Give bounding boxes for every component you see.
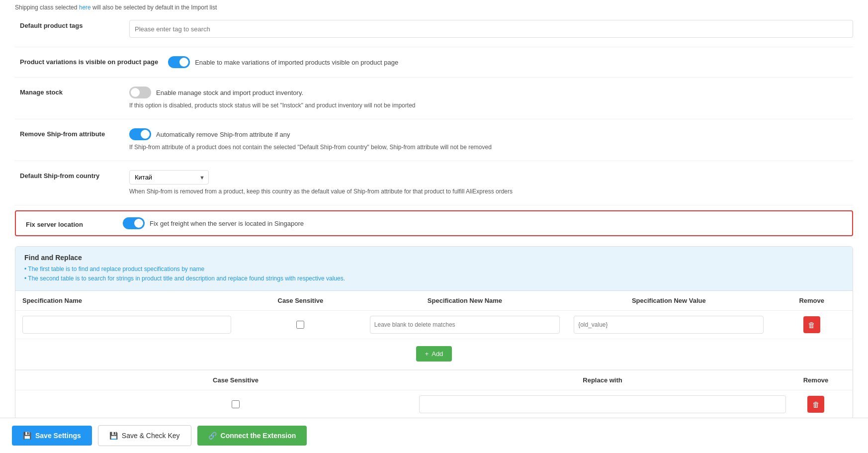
spec-new-name-input[interactable] [370,316,560,334]
toggle-fix-server-slider [123,217,145,229]
spec-table-col-new-name: Specification New Name [363,291,567,311]
add-spec-label: Add [432,350,443,358]
trash-icon-2: 🗑 [812,400,820,409]
toggle-stock[interactable] [129,87,151,98]
save-check-label: Save & Check Key [122,432,180,440]
toggle-variations[interactable] [168,56,190,68]
row-default-product-tags: Default product tags [15,11,853,47]
save-icon: 💾 [109,432,118,440]
save-settings-button[interactable]: 💾 Save Settings [12,426,92,446]
spec-table: Specification Name Case Sensitive Specif… [15,291,853,339]
control-manage-stock: Enable manage stock and import product i… [129,87,853,110]
ship-from-country-hint: When Ship-from is removed from a product… [129,187,853,196]
control-default-product-tags [129,20,853,38]
second-case-sensitive-checkbox[interactable] [232,400,240,408]
toggle-variations-slider [168,56,190,68]
second-replace-input[interactable] [419,395,786,413]
manage-stock-hint: If this option is disabled, products sto… [129,101,853,110]
toggle-ship-from[interactable] [129,128,151,140]
label-fix-server-location: Fix server location [21,219,113,228]
content-area: Default product tags Product variations … [0,11,868,419]
toggle-ship-from-text: Automatically remove Ship-from attribute… [156,131,290,138]
add-spec-button[interactable]: + Add [416,346,452,362]
spec-new-name-cell [363,311,567,339]
case-sensitive-checkbox-wrapper [245,321,356,329]
page-wrapper: Shipping class selected here will also b… [0,0,868,453]
floppy-icon: 💾 [23,432,31,440]
control-remove-ship-from: Automatically remove Ship-from attribute… [129,128,853,152]
footer-bar: 💾 Save Settings 💾 Save & Check Key 🔗 Con… [0,418,868,453]
shipping-hint-row: Shipping class selected here will also b… [0,0,868,11]
spec-table-col-remove: Remove [771,291,853,311]
second-delete-button[interactable]: 🗑 [807,396,824,413]
case-sensitive-checkbox[interactable] [296,321,304,329]
label-ship-from-country: Default Ship-from country [15,170,119,180]
toggle-variations-text: Enable to make variations of imported pr… [195,59,398,66]
ship-from-country-select[interactable]: Китай [129,170,209,184]
toggle-server-wrapper: Fix get freight when the server is locat… [123,217,304,229]
toggle-ship-wrapper: Automatically remove Ship-from attribute… [129,128,853,140]
label-product-variations: Product variations is visible on product… [15,56,158,66]
shipping-hint-link[interactable]: here [79,4,91,11]
spec-table-col-case: Case Sensitive [238,291,363,311]
add-button-row: + Add [15,339,853,370]
find-replace-bullet2: • The second table is to search for stri… [24,274,844,283]
row-manage-stock: Manage stock Enable manage stock and imp… [15,78,853,119]
label-manage-stock: Manage stock [15,87,119,96]
spec-table-col-name: Specification Name [15,291,238,311]
spec-remove-cell: 🗑 [771,311,853,339]
toggle-stock-wrapper: Enable manage stock and import product i… [129,87,853,98]
second-table-spacer [22,376,52,384]
control-ship-from-country: Китай ▼ When Ship-from is removed from a… [129,170,853,196]
toggle-variations-wrapper: Enable to make variations of imported pr… [168,56,853,68]
spec-name-cell [15,311,238,339]
second-table-col-replace: Replace with [419,376,786,384]
toggle-ship-from-slider [129,128,151,140]
second-table-col-remove: Remove [786,376,846,384]
row-fix-server-location: Fix server location Fix get freight when… [15,210,853,236]
spec-table-col-new-value: Specification New Value [567,291,771,311]
row-ship-from-country: Default Ship-from country Китай ▼ When S… [15,161,853,205]
toggle-stock-slider [129,87,151,98]
link-icon: 🔗 [208,432,217,440]
label-remove-ship-from: Remove Ship-from attribute [15,128,119,138]
trash-icon: 🗑 [808,321,815,329]
row-product-variations: Product variations is visible on product… [15,47,853,78]
find-replace-title: Find and Replace [24,254,844,262]
row-remove-ship-from: Remove Ship-from attribute Automatically… [15,119,853,161]
save-settings-label: Save Settings [35,432,81,440]
second-row-case-cell [52,400,419,408]
connect-extension-button[interactable]: 🔗 Connect the Extension [197,426,307,446]
spec-new-value-cell [567,311,771,339]
label-default-product-tags: Default product tags [15,20,119,29]
shipping-hint-text: Shipping class selected here will also b… [15,4,217,11]
find-replace-section: Find and Replace • The first table is to… [15,246,853,419]
spec-table-row: 🗑 [15,311,853,339]
spec-delete-button[interactable]: 🗑 [803,316,820,333]
control-product-variations: Enable to make variations of imported pr… [168,56,853,68]
find-replace-header: Find and Replace • The first table is to… [15,247,853,291]
remove-ship-from-hint: If Ship-from attribute of a product does… [129,143,853,152]
spec-case-sensitive-cell [238,311,363,339]
spec-name-input[interactable] [22,316,231,334]
toggle-stock-text: Enable manage stock and import product i… [156,89,303,96]
second-table-col-case: Case Sensitive [52,376,419,384]
connect-extension-label: Connect the Extension [221,432,296,440]
ship-from-country-select-wrapper: Китай ▼ [129,170,209,184]
second-row-remove-cell: 🗑 [786,396,846,413]
toggle-fix-server-text: Fix get freight when the server is locat… [150,220,304,227]
spec-new-value-input[interactable] [574,316,764,334]
default-product-tags-input[interactable] [129,20,853,38]
plus-icon: + [425,350,429,358]
toggle-fix-server[interactable] [123,217,145,229]
second-row-replace-cell [419,395,786,413]
save-check-key-button[interactable]: 💾 Save & Check Key [98,425,191,446]
find-replace-bullet1: • The first table is to find and replace… [24,265,844,274]
